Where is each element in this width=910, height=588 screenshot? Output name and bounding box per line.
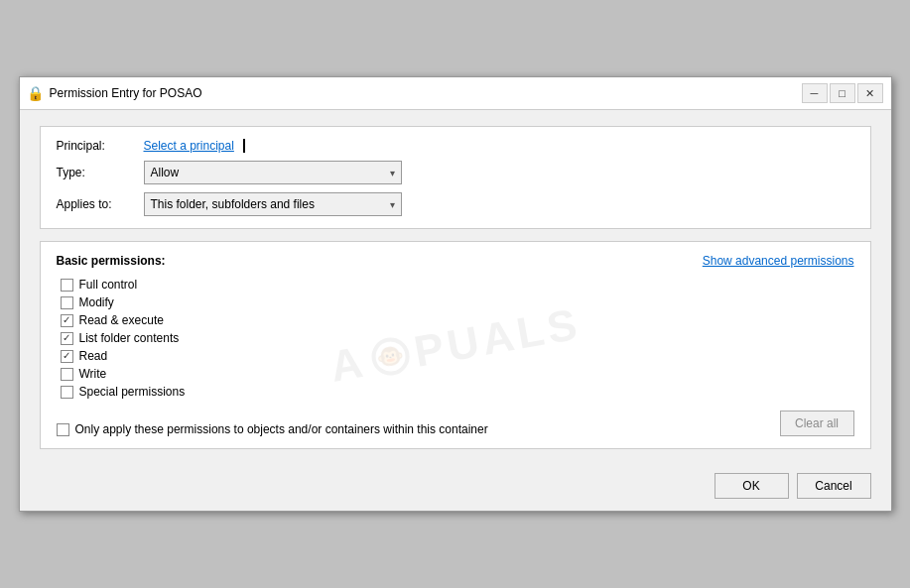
type-select[interactable]: Allow ▾ (144, 161, 402, 184)
readexecute-checkbox[interactable] (61, 314, 73, 327)
write-label: Write (79, 367, 107, 381)
applies-select-arrow: ▾ (390, 199, 395, 210)
list-item: Read & execute (61, 313, 854, 327)
show-advanced-link[interactable]: Show advanced permissions (703, 254, 854, 268)
window-title: Permission Entry for POSAO (50, 86, 796, 100)
list-item: Special permissions (61, 385, 854, 399)
permissions-header: Basic permissions: Show advanced permiss… (57, 254, 854, 268)
close-button[interactable]: ✕ (857, 83, 883, 103)
main-window: 🔒 Permission Entry for POSAO ─ □ ✕ Princ… (19, 76, 892, 512)
window-icon: 🔒 (28, 85, 44, 101)
clear-all-button[interactable]: Clear all (780, 411, 854, 436)
title-bar-buttons: ─ □ ✕ (802, 83, 883, 103)
only-apply-label: Only apply these permissions to objects … (75, 422, 488, 436)
type-select-arrow: ▾ (390, 168, 395, 178)
only-apply-checkbox[interactable] (57, 423, 69, 436)
modify-label: Modify (79, 295, 114, 309)
readexecute-label: Read & execute (79, 313, 164, 327)
restore-button[interactable]: □ (830, 83, 855, 103)
read-label: Read (79, 349, 108, 363)
permissions-section: Basic permissions: Show advanced permiss… (40, 241, 871, 449)
listfolder-checkbox[interactable] (61, 332, 73, 345)
applies-row: Applies to: This folder, subfolders and … (57, 192, 854, 216)
select-principal-link[interactable]: Select a principal (144, 139, 234, 153)
top-section: Principal: Select a principal Type: Allo… (40, 126, 871, 229)
listfolder-label: List folder contents (79, 331, 180, 345)
list-item: Full control (61, 278, 854, 292)
fullcontrol-checkbox[interactable] (61, 279, 73, 292)
read-checkbox[interactable] (61, 350, 73, 363)
special-label: Special permissions (79, 385, 186, 399)
list-item: Read (61, 349, 854, 363)
cursor (243, 139, 245, 153)
title-bar: 🔒 Permission Entry for POSAO ─ □ ✕ (20, 77, 891, 110)
principal-label: Principal: (57, 139, 136, 153)
permissions-list: Full control Modify Read & execute List … (61, 278, 854, 399)
list-item: List folder contents (61, 331, 854, 345)
minimize-button[interactable]: ─ (802, 83, 828, 103)
applies-select[interactable]: This folder, subfolders and files ▾ (144, 192, 402, 216)
modify-checkbox[interactable] (61, 296, 73, 309)
permissions-bottom: Only apply these permissions to objects … (57, 399, 854, 436)
ok-button[interactable]: OK (715, 473, 789, 499)
fullcontrol-label: Full control (79, 278, 138, 292)
type-label: Type: (57, 166, 136, 179)
permissions-title: Basic permissions: (57, 254, 166, 268)
cancel-button[interactable]: Cancel (797, 473, 871, 499)
list-item: Modify (61, 295, 854, 309)
bottom-checkbox-row: Only apply these permissions to objects … (57, 414, 488, 436)
special-checkbox[interactable] (61, 386, 73, 399)
type-row: Type: Allow ▾ (57, 161, 854, 184)
list-item: Write (61, 367, 854, 381)
footer: OK Cancel (20, 465, 891, 511)
footer-buttons: OK Cancel (715, 473, 871, 499)
write-checkbox[interactable] (61, 368, 73, 381)
window-content: Principal: Select a principal Type: Allo… (20, 110, 891, 465)
principal-row: Principal: Select a principal (57, 139, 854, 153)
type-value: Allow (151, 166, 180, 179)
applies-value: This folder, subfolders and files (151, 197, 315, 211)
applies-label: Applies to: (57, 197, 136, 211)
